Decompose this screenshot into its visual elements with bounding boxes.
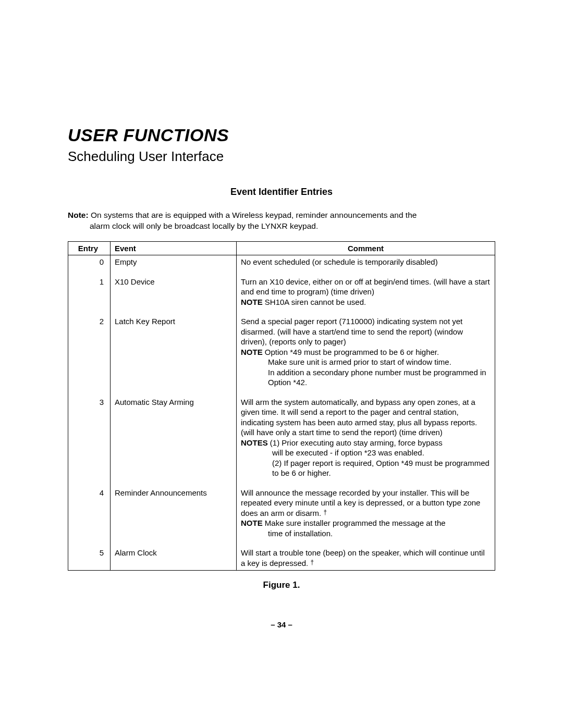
- table-row: 4Reminder AnnouncementsWill announce the…: [68, 480, 495, 540]
- cell-event: Reminder Announcements: [111, 480, 237, 540]
- cell-comment: Will arm the system automatically, and b…: [237, 389, 495, 480]
- note-line1: On systems that are is equipped with a W…: [89, 211, 417, 219]
- cell-entry: 0: [68, 255, 111, 269]
- page-title: USER FUNCTIONS: [68, 125, 495, 145]
- cell-comment: Turn an X10 device, either on or off at …: [237, 269, 495, 309]
- dagger-icon: †: [323, 509, 327, 516]
- note-line2: alarm clock will only be broadcast local…: [68, 221, 495, 232]
- document-page: USER FUNCTIONS Scheduling User Interface…: [0, 0, 563, 728]
- cell-entry: 3: [68, 389, 111, 480]
- cell-event: Automatic Stay Arming: [111, 389, 237, 480]
- col-header-comment: Comment: [237, 241, 495, 255]
- cell-event: X10 Device: [111, 269, 237, 309]
- cell-comment: No event scheduled (or schedule is tempo…: [237, 255, 495, 269]
- table-row: 1X10 DeviceTurn an X10 device, either on…: [68, 269, 495, 309]
- table-row: 0EmptyNo event scheduled (or schedule is…: [68, 255, 495, 269]
- event-identifier-table: Entry Event Comment 0EmptyNo event sched…: [68, 241, 495, 571]
- section-heading: Event Identifier Entries: [68, 187, 495, 198]
- page-subtitle: Scheduling User Interface: [68, 149, 495, 165]
- cell-entry: 5: [68, 540, 111, 570]
- figure-label: Figure 1.: [68, 580, 495, 590]
- page-number: – 34 –: [0, 620, 563, 629]
- cell-comment: Will announce the message recorded by yo…: [237, 480, 495, 540]
- cell-event: Alarm Clock: [111, 540, 237, 570]
- cell-entry: 2: [68, 309, 111, 389]
- table-row: 5Alarm ClockWill start a trouble tone (b…: [68, 540, 495, 570]
- cell-event: Latch Key Report: [111, 309, 237, 389]
- table-row: 3Automatic Stay ArmingWill arm the syste…: [68, 389, 495, 480]
- cell-comment: Send a special pager report (7110000) in…: [237, 309, 495, 389]
- table-row: 2Latch Key ReportSend a special pager re…: [68, 309, 495, 389]
- cell-entry: 1: [68, 269, 111, 309]
- dagger-icon: †: [310, 559, 314, 566]
- cell-entry: 4: [68, 480, 111, 540]
- col-header-entry: Entry: [68, 241, 111, 255]
- col-header-event: Event: [111, 241, 237, 255]
- cell-event: Empty: [111, 255, 237, 269]
- note-lead: Note:: [68, 211, 89, 219]
- note-paragraph: Note: On systems that are is equipped wi…: [68, 210, 495, 232]
- cell-comment: Will start a trouble tone (beep) on the …: [237, 540, 495, 570]
